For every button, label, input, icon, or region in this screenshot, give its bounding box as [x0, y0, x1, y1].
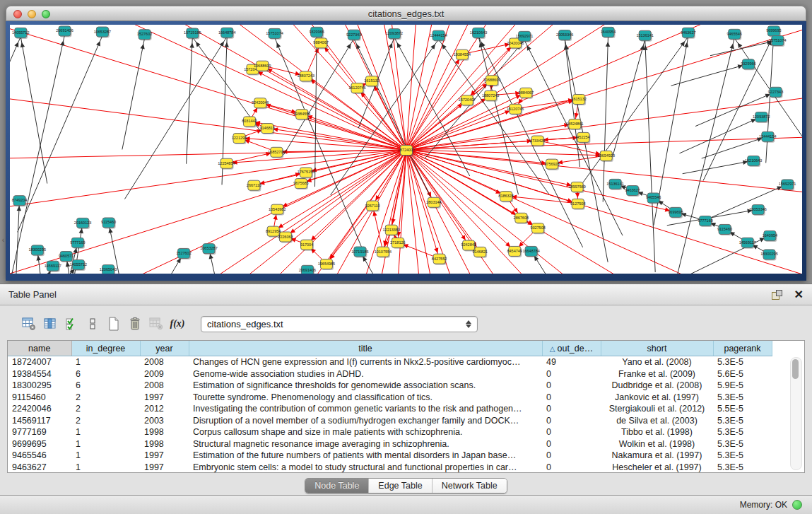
cell-short[interactable]: Dudbridge et al. (2008) — [601, 380, 713, 392]
cell-in_degree[interactable]: 1 — [71, 450, 140, 462]
delete-columns-icon[interactable] — [124, 314, 146, 334]
network-node[interactable]: 9115460 — [101, 218, 116, 229]
table-row[interactable]: 1830029562008Estimation of significance … — [8, 380, 772, 392]
cell-name[interactable]: 19384554 — [8, 368, 71, 380]
table-row[interactable]: 969969511998Structural magnetic resonanc… — [8, 438, 772, 450]
network-node[interactable]: 9756928 — [544, 159, 559, 170]
cell-title[interactable]: Corpus callosum shape and size in male p… — [189, 426, 542, 438]
column-header-out_de[interactable]: △out_de… — [542, 341, 601, 356]
network-node[interactable]: 1221293 — [232, 134, 247, 145]
network-node[interactable]: 10653287 — [94, 27, 111, 37]
network-node[interactable]: 1615132 — [364, 76, 379, 88]
cell-year[interactable]: 1998 — [140, 426, 189, 438]
cell-in_degree[interactable]: 2 — [71, 403, 140, 415]
cell-pagerank[interactable]: 5.3E-5 — [713, 356, 772, 368]
cell-short[interactable]: Stergiakouli et al. (2012) — [601, 403, 713, 415]
network-node[interactable]: 20160123 — [74, 218, 91, 229]
cell-title[interactable]: Estimation of significance thresholds fo… — [189, 380, 542, 392]
cell-name[interactable]: 9465546 — [8, 450, 71, 462]
cell-year[interactable]: 2012 — [140, 403, 189, 415]
cell-pagerank[interactable]: 5.3E-5 — [713, 392, 772, 404]
table-row[interactable]: 1938455462009Genome-wide association stu… — [8, 368, 772, 380]
network-node[interactable]: 8031442 — [242, 117, 257, 128]
column-header-year[interactable]: year — [140, 341, 189, 356]
cell-name[interactable]: 9115460 — [8, 392, 71, 404]
network-node[interactable]: 19654923 — [598, 151, 615, 162]
panel-collapse-arrow[interactable]: ‹ — [0, 235, 6, 246]
table-row[interactable]: 977716911998Corpus callosum shape and si… — [8, 426, 772, 438]
close-window-icon[interactable] — [13, 10, 22, 18]
network-node[interactable]: 2803144 — [426, 197, 441, 209]
network-node[interactable]: 9884067 — [519, 88, 534, 99]
close-panel-icon[interactable]: ✕ — [794, 289, 804, 300]
cell-title[interactable]: Genome-wide association studies in ADHD. — [189, 368, 542, 380]
network-node[interactable]: 8186328 — [498, 192, 513, 203]
network-node[interactable]: 14569117 — [45, 261, 61, 272]
network-node[interactable]: 8749204 — [12, 196, 27, 207]
network-node[interactable]: 9777169 — [70, 238, 85, 249]
table-mode-icon[interactable] — [18, 314, 40, 334]
network-node[interactable]: 9267110 — [365, 201, 380, 212]
network-node[interactable]: 9127508 — [570, 199, 585, 210]
cell-pagerank[interactable]: 5.3E-5 — [713, 426, 772, 438]
cell-name[interactable]: 22420046 — [8, 403, 71, 415]
column-header-name[interactable]: name — [8, 341, 71, 356]
column-header-pagerank[interactable]: pagerank — [713, 341, 772, 356]
network-window-titlebar[interactable]: citations_edges.txt — [6, 6, 806, 21]
network-node[interactable]: 452254 — [577, 132, 590, 144]
network-node[interactable]: 1640954 — [601, 27, 616, 38]
cell-in_degree[interactable]: 6 — [71, 380, 140, 392]
cell-out_de[interactable]: 0 — [542, 368, 601, 380]
network-node[interactable]: 20691406 — [56, 26, 73, 37]
network-node[interactable]: 12065043 — [100, 265, 117, 274]
cell-pagerank[interactable]: 5.3E-5 — [713, 450, 772, 462]
network-node[interactable]: 9465546 — [646, 193, 661, 204]
network-node[interactable]: 19384554 — [293, 110, 310, 121]
cell-out_de[interactable]: 0 — [542, 438, 601, 450]
cell-out_de[interactable]: 0 — [542, 415, 601, 427]
table-row[interactable]: 1872400712008Changes of HCN gene express… — [8, 356, 772, 368]
row-height-icon[interactable] — [82, 314, 103, 334]
cell-out_de[interactable]: 0 — [542, 403, 601, 415]
cell-pagerank[interactable]: 5.6E-5 — [713, 368, 772, 380]
cell-year[interactable]: 2009 — [140, 368, 189, 380]
citation-network-graph[interactable]: 1938455422420046157204071068860918807243… — [10, 25, 802, 274]
cell-title[interactable]: Embryonic stem cells: a model to study s… — [189, 462, 542, 474]
cell-in_degree[interactable]: 6 — [71, 368, 140, 380]
tab-network-table[interactable]: Network Table — [432, 479, 507, 493]
table-vertical-scrollbar[interactable] — [790, 357, 802, 470]
network-node[interactable]: 9327508 — [530, 223, 545, 235]
table-row[interactable]: 2242004622012Investigating the contribut… — [8, 403, 772, 415]
create-column-icon[interactable] — [103, 314, 124, 334]
network-node[interactable]: 10653287 — [200, 244, 217, 255]
tab-node-table[interactable]: Node Table — [305, 479, 368, 493]
cell-year[interactable]: 1997 — [140, 450, 189, 462]
network-node[interactable]: 9146813 — [259, 124, 274, 135]
zoom-window-icon[interactable] — [42, 10, 50, 18]
network-node[interactable]: 9699695 — [668, 207, 683, 218]
network-node[interactable]: 8427552 — [432, 254, 447, 265]
network-node[interactable]: 10107554 — [375, 247, 392, 258]
network-node[interactable]: 12444154 — [759, 132, 776, 143]
cell-in_degree[interactable]: 2 — [71, 392, 140, 404]
network-node[interactable]: 1733426 — [530, 136, 545, 147]
cell-title[interactable]: Structural magnetic resonance image aver… — [189, 438, 542, 450]
cell-name[interactable]: 9777169 — [8, 426, 71, 438]
network-node[interactable]: 16852709 — [268, 147, 285, 158]
network-node[interactable]: 12093872 — [753, 112, 770, 123]
network-node[interactable]: 15751074 — [266, 28, 283, 40]
network-node[interactable]: 9463627 — [625, 186, 640, 197]
cell-name[interactable]: 18724007 — [8, 356, 71, 368]
network-node[interactable]: 9465546 — [726, 29, 741, 40]
network-node[interactable]: 9115460 — [717, 224, 732, 235]
network-node[interactable]: 16120746 — [348, 83, 365, 94]
cell-pagerank[interactable]: 5.3E-5 — [713, 462, 772, 474]
network-node[interactable]: 15136141 — [606, 179, 623, 190]
cell-out_de[interactable]: 49 — [542, 356, 601, 368]
select-columns-icon[interactable] — [61, 314, 82, 334]
network-node[interactable]: 9884067 — [313, 38, 328, 49]
cell-short[interactable]: Hescheler et al. (1997) — [601, 462, 713, 474]
network-node[interactable]: 16648784 — [522, 246, 539, 257]
network-node[interactable]: 18807243 — [297, 71, 314, 83]
cell-title[interactable]: Disruption of a novel member of a sodium… — [189, 415, 542, 427]
